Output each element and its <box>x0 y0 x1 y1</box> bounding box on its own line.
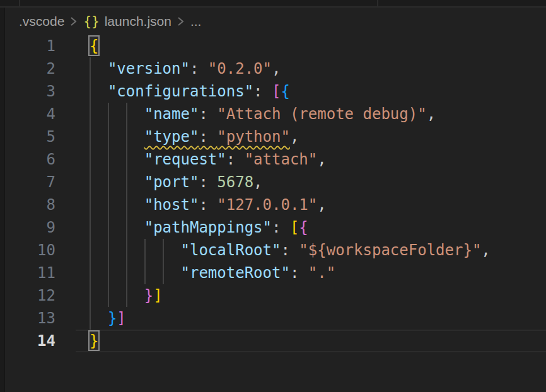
token-str: "0.2.0" <box>208 60 272 78</box>
code-text: }] <box>76 307 126 330</box>
token-b1: } <box>90 332 98 350</box>
line-number[interactable]: 2 <box>5 57 76 80</box>
token-key: "port" <box>144 173 199 191</box>
code-text: }] <box>76 284 163 307</box>
token-b2: [ <box>272 83 281 100</box>
chevron-right-icon <box>177 15 185 28</box>
line-number[interactable]: 9 <box>5 216 76 239</box>
token-str: "attach" <box>245 151 318 168</box>
line-number[interactable]: 3 <box>5 80 76 103</box>
token-str: "127.0.0.1" <box>217 196 317 214</box>
code-line[interactable]: 11 "remoteRoot": "." <box>5 262 546 284</box>
line-number[interactable]: 1 <box>5 35 76 57</box>
panel-edge-divider[interactable] <box>0 8 5 392</box>
token-num: 5678 <box>217 173 253 191</box>
token-key: "name" <box>144 105 199 123</box>
token-key: "request" <box>144 151 226 168</box>
token-punct: : <box>190 60 208 78</box>
token-punct: : <box>199 173 217 191</box>
breadcrumb-item-file[interactable]: launch.json <box>105 14 171 29</box>
token-punct: , <box>272 60 281 78</box>
token-str: "${workspaceFolder}" <box>299 241 481 259</box>
token-punct: : <box>281 241 299 259</box>
code-editor[interactable]: 1{2 "version": "0.2.0",3 "configurations… <box>5 35 546 392</box>
line-number[interactable]: 6 <box>5 148 76 171</box>
line-number[interactable]: 12 <box>5 284 76 307</box>
token-punct: : <box>199 105 217 123</box>
code-line[interactable]: 2 "version": "0.2.0", <box>5 57 546 80</box>
code-text: { <box>76 35 98 57</box>
code-text: "remoteRoot": "." <box>76 262 335 284</box>
code-text: "port": 5678, <box>76 171 263 193</box>
token-key: "configurations" <box>108 83 253 100</box>
token-key: "version" <box>108 60 190 78</box>
token-key: "type" <box>144 128 199 146</box>
tab-divider <box>377 0 378 6</box>
line-number[interactable]: 5 <box>5 125 76 148</box>
token-str: "." <box>308 264 335 282</box>
token-str: "python" <box>217 128 290 146</box>
token-punct: , <box>317 151 326 168</box>
token-punct: , <box>290 128 299 146</box>
code-line[interactable]: 5 "type": "python", <box>5 125 546 148</box>
code-text: "configurations": [{ <box>76 80 290 103</box>
token-punct: , <box>481 241 490 259</box>
token-key: "pathMappings" <box>144 219 272 236</box>
token-b1: ] <box>153 287 162 304</box>
token-punct: : <box>272 219 290 236</box>
token-punct: , <box>253 173 262 191</box>
line-number[interactable]: 10 <box>5 239 76 262</box>
breadcrumb-item-folder[interactable]: .vscode <box>19 14 64 29</box>
token-punct: , <box>317 196 326 214</box>
token-b2: { <box>299 219 308 236</box>
token-punct: : <box>253 83 272 100</box>
code-line[interactable]: 7 "port": 5678, <box>5 171 546 193</box>
token-b3: { <box>281 83 289 100</box>
token-b3: } <box>108 309 117 327</box>
line-number[interactable]: 11 <box>5 262 76 284</box>
code-line[interactable]: 4 "name": "Attach (remote debug)", <box>5 103 546 125</box>
token-key: "localRoot" <box>181 241 281 259</box>
token-key: "host" <box>144 196 199 214</box>
code-text: "name": "Attach (remote debug)", <box>76 103 436 125</box>
token-punct: : <box>226 151 245 168</box>
token-b2: ] <box>117 309 125 327</box>
code-line[interactable]: 10 "localRoot": "${workspaceFolder}", <box>5 239 546 262</box>
code-line[interactable]: 8 "host": "127.0.0.1", <box>5 193 546 216</box>
code-text: "host": "127.0.0.1", <box>76 193 327 216</box>
code-line[interactable]: 12 }] <box>5 284 546 307</box>
code-line[interactable]: 14} <box>5 330 546 352</box>
token-punct: , <box>427 105 436 123</box>
code-text: "type": "python", <box>76 125 299 148</box>
breadcrumb: .vscode {} launch.json ... <box>5 8 546 35</box>
line-number[interactable]: 14 <box>5 330 76 352</box>
line-number[interactable]: 8 <box>5 193 76 216</box>
code-text: "request": "attach", <box>76 148 327 171</box>
token-b1: { <box>90 37 98 55</box>
code-text: "localRoot": "${workspaceFolder}", <box>76 239 491 262</box>
token-b1: [ <box>290 219 299 236</box>
code-text: } <box>76 330 98 352</box>
code-text: "version": "0.2.0", <box>76 57 281 80</box>
token-str: "Attach (remote debug)" <box>217 105 426 123</box>
line-number[interactable]: 13 <box>5 307 76 330</box>
code-line[interactable]: 6 "request": "attach", <box>5 148 546 171</box>
code-line[interactable]: 1{ <box>5 35 546 57</box>
tab-bar-edge <box>0 0 546 8</box>
token-punct: : <box>199 128 217 146</box>
warning-squiggle: "type": "python" <box>144 128 290 146</box>
line-number[interactable]: 4 <box>5 103 76 125</box>
breadcrumb-item-more[interactable]: ... <box>190 14 202 29</box>
token-punct: : <box>290 264 308 282</box>
code-line[interactable]: 3 "configurations": [{ <box>5 80 546 103</box>
token-punct: : <box>199 196 217 214</box>
tab-divider <box>19 0 20 6</box>
line-number[interactable]: 7 <box>5 171 76 193</box>
code-text: "pathMappings": [{ <box>76 216 308 239</box>
editor-window: .vscode {} launch.json ... 1{2 "version"… <box>0 0 546 392</box>
code-line[interactable]: 9 "pathMappings": [{ <box>5 216 546 239</box>
json-braces-icon: {} <box>83 14 99 29</box>
code-lines: 1{2 "version": "0.2.0",3 "configurations… <box>5 35 546 392</box>
code-line[interactable]: 13 }] <box>5 307 546 330</box>
chevron-right-icon <box>70 15 78 28</box>
